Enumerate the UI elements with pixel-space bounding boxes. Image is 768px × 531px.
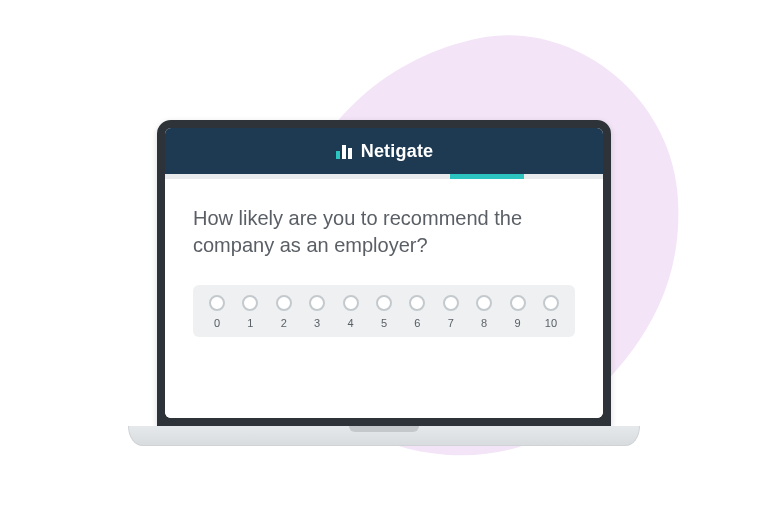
nps-option-label: 10 <box>545 317 557 329</box>
nps-option-label: 1 <box>247 317 253 329</box>
nps-option-label: 9 <box>514 317 520 329</box>
radio-icon <box>242 295 258 311</box>
nps-option-label: 5 <box>381 317 387 329</box>
laptop: Netigate How likely are you to recommend… <box>128 120 640 446</box>
nps-option-label: 2 <box>281 317 287 329</box>
nps-option-label: 8 <box>481 317 487 329</box>
radio-icon <box>209 295 225 311</box>
nps-option-label: 4 <box>348 317 354 329</box>
svg-rect-0 <box>336 151 340 159</box>
nps-option-6[interactable]: 6 <box>403 295 431 329</box>
nps-option-2[interactable]: 2 <box>270 295 298 329</box>
radio-icon <box>543 295 559 311</box>
nps-option-5[interactable]: 5 <box>370 295 398 329</box>
question-text: How likely are you to recommend the comp… <box>193 205 553 259</box>
nps-option-7[interactable]: 7 <box>437 295 465 329</box>
laptop-screen-frame: Netigate How likely are you to recommend… <box>157 120 611 426</box>
laptop-base <box>128 426 640 446</box>
radio-icon <box>409 295 425 311</box>
nps-option-label: 7 <box>448 317 454 329</box>
nps-option-9[interactable]: 9 <box>504 295 532 329</box>
nps-option-3[interactable]: 3 <box>303 295 331 329</box>
brand-name: Netigate <box>361 141 434 162</box>
nps-option-label: 6 <box>414 317 420 329</box>
nps-option-label: 3 <box>314 317 320 329</box>
stage: Netigate How likely are you to recommend… <box>0 0 768 531</box>
progress-bar <box>165 174 603 179</box>
nps-option-1[interactable]: 1 <box>236 295 264 329</box>
radio-icon <box>276 295 292 311</box>
svg-rect-1 <box>342 145 346 159</box>
radio-icon <box>343 295 359 311</box>
laptop-notch <box>349 426 419 432</box>
nps-option-label: 0 <box>214 317 220 329</box>
svg-rect-2 <box>348 148 352 159</box>
radio-icon <box>476 295 492 311</box>
radio-icon <box>376 295 392 311</box>
progress-fill <box>450 174 524 179</box>
nps-scale: 012345678910 <box>193 285 575 337</box>
nps-option-0[interactable]: 0 <box>203 295 231 329</box>
survey-body: How likely are you to recommend the comp… <box>165 179 603 418</box>
nps-option-10[interactable]: 10 <box>537 295 565 329</box>
bar-chart-icon <box>335 142 353 160</box>
radio-icon <box>309 295 325 311</box>
app-header: Netigate <box>165 128 603 174</box>
nps-option-8[interactable]: 8 <box>470 295 498 329</box>
radio-icon <box>443 295 459 311</box>
radio-icon <box>510 295 526 311</box>
laptop-screen: Netigate How likely are you to recommend… <box>165 128 603 418</box>
nps-option-4[interactable]: 4 <box>337 295 365 329</box>
